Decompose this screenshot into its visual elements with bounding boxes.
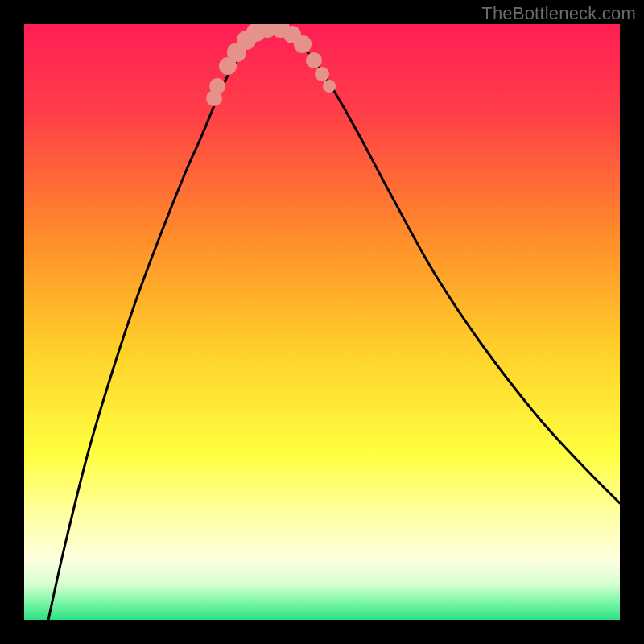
attribution-text: TheBottleneck.com	[481, 3, 636, 24]
data-marker	[209, 78, 225, 94]
chart-frame	[24, 24, 620, 620]
data-marker	[294, 35, 312, 53]
gradient-background	[24, 24, 620, 620]
bottleneck-chart	[24, 24, 620, 620]
data-marker	[315, 67, 329, 81]
data-marker	[323, 80, 336, 93]
data-marker	[306, 52, 322, 68]
